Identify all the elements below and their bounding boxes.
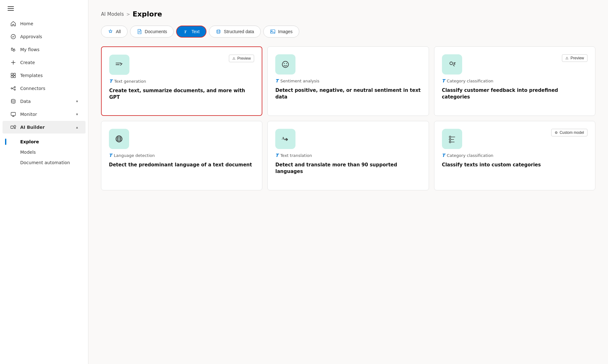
sidebar-item-create-label: Create [20, 60, 78, 65]
breadcrumb-current: Explore [133, 10, 162, 18]
ai-builder-icon [10, 124, 16, 130]
sidebar-item-my-flows[interactable]: My flows [3, 43, 86, 56]
card-top-row-3: ⚠ Preview [442, 54, 587, 75]
card-icon-box-4 [109, 129, 129, 149]
filter-tab-text[interactable]: T Text [176, 26, 206, 38]
preview-badge-text-gen[interactable]: ⚠ Preview [229, 55, 254, 62]
ai-builder-subitems: Explore Models Document automation [0, 137, 88, 168]
card-type-label-4: Language detection [114, 153, 155, 158]
svg-point-26 [286, 63, 287, 64]
svg-point-9 [14, 89, 15, 90]
sidebar-subitem-document-automation[interactable]: Document automation [3, 158, 86, 168]
text-type-icon: T [109, 79, 112, 84]
card-type-label-5: Text translation [280, 153, 312, 158]
svg-point-12 [11, 99, 15, 101]
card-title-text-gen: Create text, summarize documents, and mo… [109, 87, 254, 101]
flows-icon [10, 46, 16, 53]
filter-tab-all[interactable]: All [101, 26, 128, 38]
sidebar-item-monitor[interactable]: Monitor ▾ [3, 108, 86, 121]
card-language-detection[interactable]: T Language detection Detect the predomin… [101, 121, 262, 190]
data-icon [10, 98, 16, 104]
card-title-sentiment: Detect positive, negative, or neutral se… [275, 87, 421, 100]
sidebar: Home Approvals [0, 0, 88, 364]
sidebar-item-home-label: Home [20, 21, 78, 26]
breadcrumb-parent: AI Models [101, 11, 124, 17]
card-type-label: Text generation [114, 79, 146, 84]
filter-tab-documents[interactable]: Documents [130, 26, 174, 38]
svg-text:T: T [184, 29, 187, 34]
card-text-translation[interactable]: A A T Text translation Detect and transl… [267, 121, 429, 190]
sidebar-item-flows-label: My flows [20, 47, 78, 52]
svg-point-36 [449, 139, 451, 140]
tab-text-label: Text [191, 29, 200, 34]
card-icon-box-3 [442, 54, 462, 75]
sidebar-item-connectors[interactable]: Connectors [3, 82, 86, 95]
monitor-chevron-icon: ▾ [76, 112, 78, 116]
sidebar-item-connectors-label: Connectors [20, 86, 78, 91]
card-icon-box-6 [442, 129, 462, 149]
svg-rect-16 [11, 126, 13, 128]
text-type-icon-4: T [109, 153, 112, 158]
card-top-row: ⚠ Preview [109, 55, 254, 75]
custom-model-badge[interactable]: ⚙ Custom model [551, 129, 587, 136]
filter-tab-images[interactable]: Images [263, 26, 299, 38]
svg-point-35 [449, 136, 451, 138]
sidebar-nav: Home Approvals [0, 15, 88, 168]
preview-badge-cat-class[interactable]: ⚠ Preview [562, 54, 587, 62]
sidebar-subitem-models[interactable]: Models [3, 147, 86, 157]
svg-rect-22 [271, 30, 275, 33]
star-icon [108, 29, 113, 34]
sidebar-item-data[interactable]: Data ▾ [3, 95, 86, 108]
text-type-icon-3: T [442, 78, 445, 83]
svg-point-37 [449, 141, 451, 143]
main-content: AI Models > Explore All Do [88, 0, 608, 364]
card-top-row-5: A A [275, 129, 421, 149]
filter-tabs: All Documents T Text [101, 26, 595, 38]
svg-point-23 [271, 31, 272, 32]
filter-tab-structured-data[interactable]: Structured data [209, 26, 261, 38]
card-top-row-6: ⚙ Custom model [442, 129, 587, 149]
custom-model-label: Custom model [560, 130, 584, 135]
tab-images-label: Images [278, 29, 293, 34]
svg-point-8 [14, 87, 15, 88]
approvals-icon [10, 33, 16, 40]
card-text-generation[interactable]: ⚠ Preview T Text generation Create text,… [101, 46, 262, 116]
breadcrumb-separator: > [126, 12, 130, 17]
templates-icon [10, 72, 16, 79]
document-icon [137, 29, 142, 34]
text-type-icon-2: T [275, 78, 278, 83]
card-custom-category[interactable]: ⚙ Custom model T Category classification… [434, 121, 595, 190]
sidebar-item-create[interactable]: Create [3, 56, 86, 69]
sidebar-subitem-explore[interactable]: Explore [3, 137, 86, 147]
preview-label: Preview [237, 56, 251, 61]
ai-builder-chevron-icon: ▴ [76, 125, 78, 129]
sidebar-item-ai-builder[interactable]: AI Builder ▴ [3, 121, 86, 134]
preview-icon: ⚠ [232, 57, 235, 61]
sidebar-item-approvals-label: Approvals [20, 34, 78, 39]
card-type-row-3: T Category classification [442, 78, 587, 83]
card-category-classification[interactable]: ⚠ Preview T Category classification Clas… [434, 46, 595, 116]
sidebar-item-templates-label: Templates [20, 73, 78, 78]
svg-rect-4 [14, 73, 15, 75]
svg-point-25 [284, 63, 285, 64]
sidebar-item-templates[interactable]: Templates [3, 69, 86, 82]
image-icon [270, 29, 276, 34]
sidebar-item-ai-builder-label: AI Builder [20, 125, 72, 130]
card-grid: ⚠ Preview T Text generation Create text,… [101, 46, 595, 190]
svg-rect-3 [11, 73, 13, 75]
svg-line-11 [12, 88, 14, 90]
card-type-row-5: T Text translation [275, 153, 421, 158]
card-sentiment-analysis[interactable]: T Sentiment analysis Detect positive, ne… [267, 46, 429, 116]
tab-structured-data-label: Structured data [224, 29, 254, 34]
sidebar-item-approvals[interactable]: Approvals [3, 30, 86, 43]
svg-point-24 [283, 61, 289, 68]
card-title-text-translate: Detect and translate more than 90 suppor… [275, 162, 421, 175]
create-icon [10, 59, 16, 66]
hamburger-button[interactable] [6, 5, 15, 12]
svg-rect-5 [11, 76, 13, 78]
sidebar-top [0, 0, 88, 15]
sidebar-item-home[interactable]: Home [3, 17, 86, 30]
card-icon-box-2 [275, 54, 295, 75]
card-title-lang-detect: Detect the predominant language of a tex… [109, 162, 254, 168]
svg-line-10 [12, 87, 14, 89]
